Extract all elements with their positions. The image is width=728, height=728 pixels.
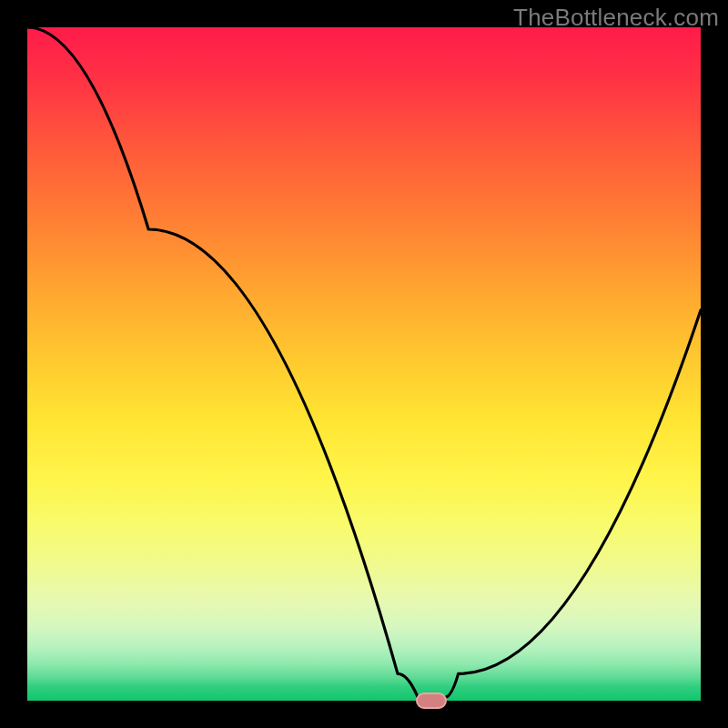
plot-area [27,27,701,701]
chart-frame: TheBottleneck.com [0,0,728,728]
watermark-text: TheBottleneck.com [513,4,719,32]
optimal-marker [416,693,447,709]
bottleneck-curve [27,27,701,701]
curve-svg [27,27,701,701]
